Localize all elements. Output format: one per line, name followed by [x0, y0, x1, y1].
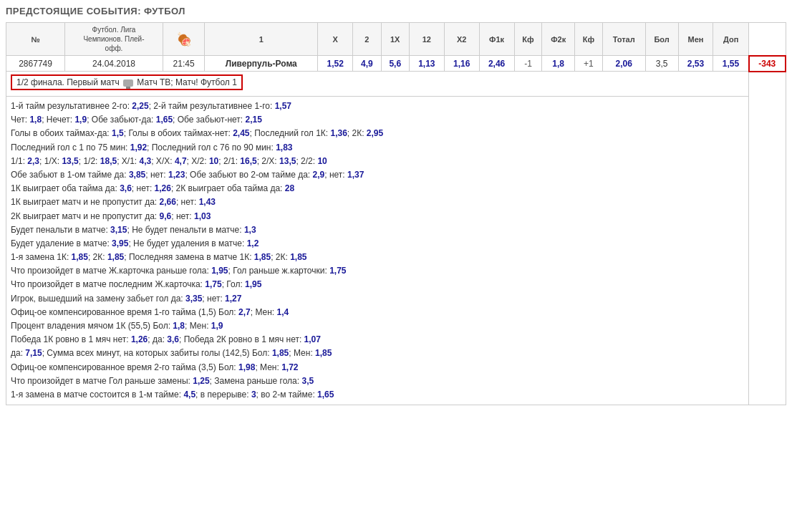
football-icon: 🍖 — [176, 32, 192, 47]
tv-channels: Матч ТВ; Матч! Футбол 1 — [137, 77, 237, 87]
details-cell: 1-й тайм результативнее 2-го: 2,25; 2-й … — [6, 97, 749, 405]
col-total: Тотал — [602, 23, 645, 56]
odds-bol[interactable]: 2,53 — [678, 56, 713, 72]
odds-w1[interactable]: 1,52 — [318, 56, 353, 72]
odds-f2k: +1 — [574, 56, 602, 72]
detail-line-6: 1К выиграет оба тайма да: 3,6; нет: 1,26… — [11, 182, 744, 195]
odds-dop[interactable]: -343 — [749, 56, 786, 72]
odds-ox1[interactable]: 1,13 — [409, 56, 444, 72]
col-dop: Доп — [713, 23, 749, 56]
col-kf1: Кф — [514, 23, 542, 56]
detail-line-18: да: 7,15; Сумма всех минут, на которых з… — [11, 347, 744, 360]
col-icon: 🍖 — [163, 23, 204, 56]
detail-line-9: Будет пенальти в матче: 3,15; Не будет п… — [11, 223, 744, 237]
detail-line-1: Чет: 1,8; Нечет: 1,9; Обе забьют-да: 1,6… — [11, 113, 744, 127]
detail-line-2: Голы в обоих таймах-да: 1,5; Голы в обои… — [11, 127, 744, 140]
detail-line-10: Будет удаление в матче: 3,95; Не будет у… — [11, 237, 744, 251]
match-row: 2867749 24.04.2018 21:45 Ливерпуль-Рома … — [6, 56, 786, 72]
odds-x12[interactable]: 1,16 — [444, 56, 479, 72]
detail-line-3: Последний гол с 1 по 75 мин: 1,92; После… — [11, 141, 744, 155]
match-id[interactable]: 2867749 — [6, 56, 65, 72]
match-round: 1/2 финала. Первый матч — [16, 77, 120, 87]
col-x: Х — [318, 23, 353, 56]
match-date: 24.04.2018 — [65, 56, 163, 72]
col-f1k: Ф1к — [479, 23, 514, 56]
detail-line-5: Обе забьют в 1-ом тайме да: 3,85; нет: 1… — [11, 168, 744, 182]
detail-line-7: 1К выиграет матч и не пропустит да: 2,66… — [11, 195, 744, 209]
col-x2: Х2 — [444, 23, 479, 56]
match-time: 21:45 — [163, 56, 204, 72]
detail-line-11: 1-я замена 1К: 1,85; 2К: 1,85; Последняя… — [11, 251, 744, 264]
detail-line-8: 2К выиграет матч и не пропустит да: 9,6;… — [11, 210, 744, 223]
detail-line-0: 1-й тайм результативнее 2-го: 2,25; 2-й … — [11, 100, 744, 113]
odds-men[interactable]: 1,55 — [713, 56, 749, 72]
odds-f1k: -1 — [514, 56, 542, 72]
col-kf2: Кф — [574, 23, 602, 56]
odds-kf2[interactable]: 2,06 — [602, 56, 645, 72]
col-1x: 1Х — [381, 23, 409, 56]
col-men: Мен — [678, 23, 713, 56]
detail-line-20: Что произойдет в матче Гол раньше замены… — [11, 374, 744, 388]
odds-w2[interactable]: 5,6 — [381, 56, 409, 72]
odds-ox2[interactable]: 2,46 — [479, 56, 514, 72]
detail-line-15: Офиц-ое компенсированное время 1-го тайм… — [11, 306, 744, 319]
col-num: № — [6, 23, 65, 56]
detail-line-16: Процент владения мячом 1К (55,5) Бол: 1,… — [11, 319, 744, 333]
col-1: 1 — [205, 23, 318, 56]
detail-line-19: Офиц-ое компенсированное время 2-го тайм… — [11, 361, 744, 374]
header-row: № Футбол. ЛигаЧемпионов. Плей-офф. 🍖 1 Х… — [6, 23, 786, 56]
main-table: № Футбол. ЛигаЧемпионов. Плей-офф. 🍖 1 Х… — [6, 22, 786, 405]
detail-line-13: Что произойдет в матче последним Ж.карто… — [11, 278, 744, 291]
col-2: 2 — [353, 23, 381, 56]
detail-line-21: 1-я замена в матче состоится в 1-м тайме… — [11, 388, 744, 402]
detail-line-14: Игрок, вышедший на замену забьет гол да:… — [11, 292, 744, 306]
detail-line-12: Что произойдет в матче Ж.карточка раньше… — [11, 264, 744, 278]
details-row: 1-й тайм результативнее 2-го: 2,25; 2-й … — [6, 97, 786, 405]
col-bol: Бол — [645, 23, 678, 56]
odds-kf1[interactable]: 1,8 — [542, 56, 575, 72]
page-title: ПРЕДСТОЯЩИЕ СОБЫТИЯ: ФУТБОЛ — [6, 6, 786, 16]
col-12: 12 — [409, 23, 444, 56]
match-info-row: 1/2 финала. Первый матч Матч ТВ; Матч! Ф… — [6, 72, 786, 97]
match-info-box: 1/2 финала. Первый матч Матч ТВ; Матч! Ф… — [11, 74, 243, 90]
odds-total: 3,5 — [645, 56, 678, 72]
detail-line-17: Победа 1К ровно в 1 мяч нет: 1,26; да: 3… — [11, 333, 744, 347]
col-f2k: Ф2к — [542, 23, 575, 56]
tv-icon — [123, 79, 133, 87]
details-container: 1-й тайм результативнее 2-го: 2,25; 2-й … — [11, 100, 744, 402]
match-name[interactable]: Ливерпуль-Рома — [205, 56, 318, 72]
col-league: Футбол. ЛигаЧемпионов. Плей-офф. — [65, 23, 163, 56]
detail-line-4: 1/1: 2,3; 1/Х: 13,5; 1/2: 18,5; Х/1: 4,3… — [11, 155, 744, 168]
odds-x[interactable]: 4,9 — [353, 56, 381, 72]
match-info-cell: 1/2 финала. Первый матч Матч ТВ; Матч! Ф… — [6, 72, 749, 97]
